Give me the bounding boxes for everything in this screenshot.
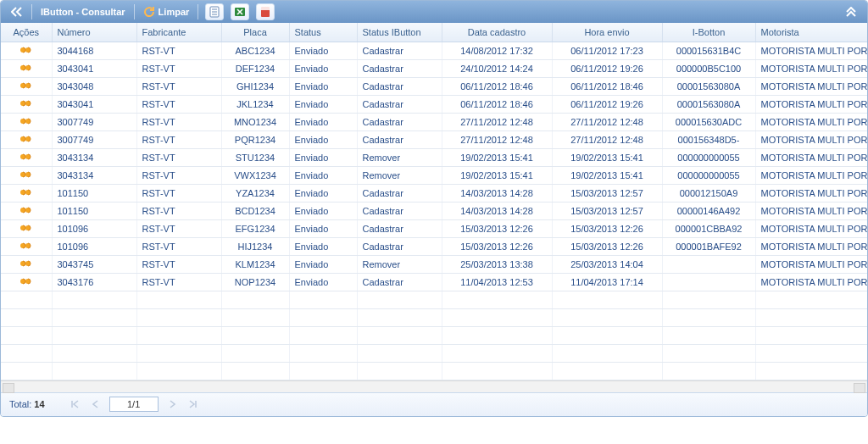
row-action[interactable] [1, 148, 52, 166]
cell-numero[interactable]: 3007749 [52, 113, 136, 130]
edit-row-icon [19, 276, 33, 286]
cell-data-cadastro: 15/03/2013 12:26 [442, 237, 552, 255]
cell-hora-envio: 19/02/2013 15:41 [552, 166, 662, 184]
last-page-icon [188, 400, 197, 408]
cell-status-ibutton: Remover [357, 255, 442, 273]
col-status-ibutton[interactable]: Status IButton [357, 23, 442, 42]
col-motorista[interactable]: Motorista [755, 23, 868, 42]
table-row[interactable]: 3043745RST-VTKLM1234EnviadoRemover25/03/… [1, 255, 868, 273]
row-action[interactable] [1, 219, 52, 237]
cell-numero[interactable]: 3043048 [52, 77, 136, 95]
col-numero[interactable]: Número [52, 23, 136, 42]
pager-page-input[interactable] [109, 397, 159, 412]
pager-next-button[interactable] [165, 397, 179, 411]
pager-last-button[interactable] [186, 397, 199, 411]
cell-placa[interactable]: GHI1234 [221, 77, 289, 95]
cell-placa[interactable]: NOP1234 [221, 273, 289, 291]
col-fabricante[interactable]: Fabricante [136, 23, 221, 42]
cell-numero[interactable]: 101150 [52, 202, 136, 219]
table-row[interactable]: 101150RST-VTYZA1234EnviadoCadastrar14/03… [1, 184, 868, 202]
table-row[interactable]: 3043134RST-VTSTU1234EnviadoRemover19/02/… [1, 148, 868, 166]
cell-placa[interactable]: VWX1234 [221, 166, 289, 184]
cell-placa[interactable]: DEF1234 [221, 59, 289, 77]
collapse-left-button[interactable] [6, 3, 28, 20]
cell-placa[interactable]: PQR1234 [221, 130, 289, 148]
cell-motorista: MOTORISTA MULTI PORTAL 5 [755, 113, 868, 130]
pager-first-button[interactable] [69, 397, 82, 411]
row-action[interactable] [1, 130, 52, 148]
table-row[interactable]: 3007749RST-VTMNO1234EnviadoCadastrar27/1… [1, 113, 868, 130]
collapse-up-button[interactable] [840, 3, 862, 20]
horizontal-scrollbar[interactable] [1, 380, 867, 392]
cell-status: Enviado [289, 95, 357, 113]
table-row[interactable]: 3043176RST-VTNOP1234EnviadoCadastrar11/0… [1, 273, 868, 291]
row-action[interactable] [1, 95, 52, 113]
col-ibotton[interactable]: I-Botton [662, 23, 755, 42]
row-action[interactable] [1, 184, 52, 202]
row-action[interactable] [1, 166, 52, 184]
row-action[interactable] [1, 77, 52, 95]
cell-placa[interactable]: KLM1234 [221, 255, 289, 273]
col-data-cadastro[interactable]: Data cadastro [442, 23, 552, 42]
cell-ibotton: 000015630ADC [662, 113, 755, 130]
cell-numero[interactable]: 3044168 [52, 42, 136, 59]
table-row[interactable]: 3043134RST-VTVWX1234EnviadoRemover19/02/… [1, 166, 868, 184]
cell-numero[interactable]: 3043041 [52, 59, 136, 77]
row-action[interactable] [1, 59, 52, 77]
table-row[interactable]: 3044168RST-VTABC1234EnviadoCadastrar14/0… [1, 42, 868, 59]
cell-status: Enviado [289, 202, 357, 219]
cell-hora-envio: 15/03/2013 12:26 [552, 237, 662, 255]
table-row[interactable]: 101096RST-VTHIJ1234EnviadoCadastrar15/03… [1, 237, 868, 255]
cell-numero[interactable]: 3043745 [52, 255, 136, 273]
row-action[interactable] [1, 237, 52, 255]
col-status[interactable]: Status [289, 23, 357, 42]
cell-placa[interactable]: YZA1234 [221, 184, 289, 202]
clear-button[interactable]: Limpar [138, 3, 195, 20]
edit-row-icon [19, 187, 33, 197]
pager-prev-button[interactable] [89, 397, 103, 411]
chevron-double-left-icon [11, 7, 23, 17]
cell-numero[interactable]: 3043134 [52, 166, 136, 184]
row-action[interactable] [1, 202, 52, 219]
col-placa[interactable]: Placa [221, 23, 289, 42]
cell-status: Enviado [289, 273, 357, 291]
cell-placa[interactable]: STU1234 [221, 148, 289, 166]
cell-numero[interactable]: 101096 [52, 237, 136, 255]
col-acoes[interactable]: Ações [1, 23, 52, 42]
cell-motorista: MOTORISTA MULTI PORTAL 11 [755, 219, 868, 237]
table-row[interactable]: 101150RST-VTBCD1234EnviadoCadastrar14/03… [1, 202, 868, 219]
cell-numero[interactable]: 3007749 [52, 130, 136, 148]
table-row[interactable]: 101096RST-VTEFG1234EnviadoCadastrar15/03… [1, 219, 868, 237]
cell-data-cadastro: 06/11/2012 18:46 [442, 77, 552, 95]
cell-status: Enviado [289, 219, 357, 237]
cell-placa[interactable]: EFG1234 [221, 219, 289, 237]
row-action[interactable] [1, 42, 52, 59]
row-action[interactable] [1, 113, 52, 130]
cell-numero[interactable]: 3043176 [52, 273, 136, 291]
cell-hora-envio: 06/11/2012 18:46 [552, 77, 662, 95]
edit-row-icon [19, 134, 33, 144]
cell-status-ibutton: Cadastrar [357, 130, 442, 148]
row-action[interactable] [1, 255, 52, 273]
clear-button-label: Limpar [159, 7, 190, 17]
cell-placa[interactable]: HIJ1234 [221, 237, 289, 255]
row-action[interactable] [1, 273, 52, 291]
cell-numero[interactable]: 101096 [52, 219, 136, 237]
cell-numero[interactable]: 3043041 [52, 95, 136, 113]
export-print-button[interactable] [205, 3, 224, 20]
total-label: Total: 14 [9, 399, 45, 409]
col-hora-envio[interactable]: Hora envio [552, 23, 662, 42]
cell-placa[interactable]: MNO1234 [221, 113, 289, 130]
cell-placa[interactable]: ABC1234 [221, 42, 289, 59]
cell-fabricante: RST-VT [136, 237, 221, 255]
table-row[interactable]: 3043041RST-VTJKL1234EnviadoCadastrar06/1… [1, 95, 868, 113]
table-row[interactable]: 3007749RST-VTPQR1234EnviadoCadastrar27/1… [1, 130, 868, 148]
table-row[interactable]: 3043048RST-VTGHI1234EnviadoCadastrar06/1… [1, 77, 868, 95]
cell-placa[interactable]: BCD1234 [221, 202, 289, 219]
cell-numero[interactable]: 3043134 [52, 148, 136, 166]
export-pdf-button[interactable] [256, 3, 275, 20]
cell-placa[interactable]: JKL1234 [221, 95, 289, 113]
table-row[interactable]: 3043041RST-VTDEF1234EnviadoCadastrar24/1… [1, 59, 868, 77]
cell-numero[interactable]: 101150 [52, 184, 136, 202]
export-excel-button[interactable] [231, 3, 249, 20]
